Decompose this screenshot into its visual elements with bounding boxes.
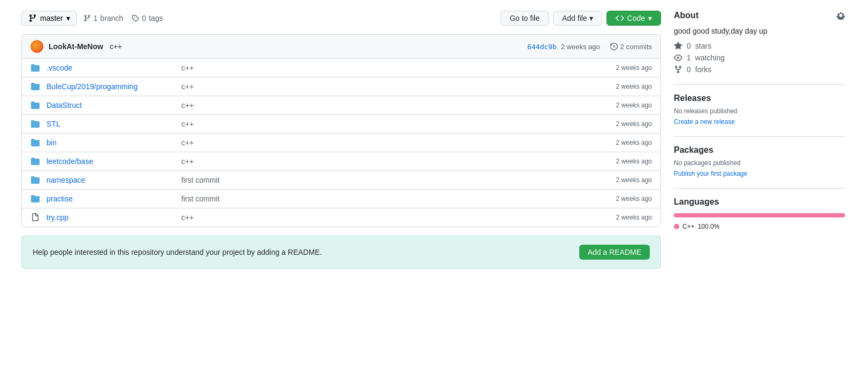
history-icon: [610, 43, 618, 50]
folder-icon: [31, 120, 40, 128]
code-button[interactable]: Code ▾: [606, 11, 661, 26]
branch-chevron: ▾: [66, 14, 70, 22]
branches-link[interactable]: 1 branch: [83, 14, 124, 22]
tags-label: tags: [149, 14, 163, 22]
file-name[interactable]: .vscode: [47, 64, 175, 72]
table-row: leetcode/base c++ 2 weeks ago: [22, 152, 660, 171]
languages-title: Languages: [674, 197, 845, 207]
tags-link[interactable]: 0 tags: [132, 14, 163, 22]
table-row: DataStruct c++ 2 weeks ago: [22, 96, 660, 115]
file-table: LookAt-MeNow c++ 644dc9b 2 weeks ago · 2…: [21, 34, 661, 227]
watching-label: watching: [695, 53, 725, 62]
file-time: 2 weeks ago: [616, 120, 652, 128]
stars-label: stars: [695, 42, 711, 50]
languages-section: Languages C++ 100.0%: [674, 197, 845, 230]
file-time: 2 weeks ago: [616, 139, 652, 146]
commit-message: c++: [110, 42, 122, 51]
commit-author[interactable]: LookAt-MeNow: [49, 42, 103, 51]
language-bar: [674, 213, 845, 217]
divider-2: [674, 136, 845, 137]
publish-package-link[interactable]: Publish your first package: [674, 170, 747, 177]
file-time: 2 weeks ago: [616, 195, 652, 202]
file-icon: [31, 213, 40, 222]
folder-icon: [30, 100, 40, 110]
file-time: 2 weeks ago: [616, 158, 652, 165]
branch-button[interactable]: master ▾: [21, 11, 77, 26]
stars-stat: 0 stars: [674, 42, 845, 50]
file-message: c++: [181, 213, 610, 222]
forks-stat: 0 forks: [674, 65, 845, 74]
file-time: 2 weeks ago: [616, 102, 652, 109]
file-time: 2 weeks ago: [616, 64, 652, 72]
language-dot: [674, 224, 679, 229]
commits-label: commits: [626, 43, 652, 51]
file-name[interactable]: leetcode/base: [47, 157, 175, 166]
about-title: About: [674, 11, 698, 20]
file-name[interactable]: STL: [47, 120, 175, 128]
goto-file-button[interactable]: Go to file: [501, 11, 549, 26]
table-row: practise first commit 2 weeks ago: [22, 190, 660, 208]
code-icon: [616, 14, 624, 22]
about-section: About good good study,day day up 0 stars…: [674, 11, 845, 74]
file-name[interactable]: namespace: [47, 176, 175, 184]
create-release-link[interactable]: Create a new release: [674, 118, 735, 126]
file-message: first commit: [181, 176, 610, 184]
packages-title: Packages: [674, 145, 845, 155]
gear-icon[interactable]: [836, 11, 845, 20]
commit-row: LookAt-MeNow c++ 644dc9b 2 weeks ago · 2…: [22, 35, 660, 59]
folder-icon: [30, 82, 40, 91]
releases-title: Releases: [674, 93, 845, 103]
avatar: [30, 40, 43, 53]
readme-text: Help people interested in this repositor…: [33, 248, 322, 256]
folder-icon: [31, 157, 40, 166]
stars-count: 0: [687, 42, 691, 50]
file-message: c++: [181, 101, 610, 110]
file-name[interactable]: BuleCup/2019/progamming: [47, 82, 175, 91]
branch-meta-icon: [83, 14, 91, 22]
folder-icon: [30, 157, 40, 166]
file-time: 2 weeks ago: [616, 83, 652, 90]
commits-count: 2: [620, 43, 624, 51]
sidebar: About good good study,day day up 0 stars…: [674, 11, 845, 269]
watching-stat: 1 watching: [674, 53, 845, 62]
commits-link[interactable]: 2 commits: [610, 43, 652, 51]
folder-icon: [31, 138, 40, 147]
file-name[interactable]: bin: [47, 138, 175, 147]
file-icon: [30, 213, 40, 222]
tags-count: 0: [142, 14, 146, 22]
file-message: c++: [181, 157, 610, 166]
add-file-button[interactable]: Add file ▾: [553, 11, 602, 26]
sidebar-header: About: [674, 11, 845, 20]
folder-icon: [31, 194, 40, 203]
about-description: good good study,day day up: [674, 27, 845, 35]
folder-icon: [31, 176, 40, 184]
watching-count: 1: [687, 53, 691, 62]
commit-meta: 644dc9b 2 weeks ago · 2 commits: [527, 43, 652, 51]
table-row: try.cpp c++ 2 weeks ago: [22, 208, 660, 227]
meta-links: 1 branch 0 tags: [83, 14, 163, 22]
toolbar: master ▾ 1 branch 0 tags: [21, 11, 661, 26]
readme-banner: Help people interested in this repositor…: [21, 236, 661, 269]
file-name[interactable]: practise: [47, 194, 175, 203]
toolbar-right: Go to file Add file ▾ Code ▾: [501, 11, 661, 26]
file-time: 2 weeks ago: [616, 176, 652, 184]
star-icon: [674, 42, 682, 50]
language-name: C++: [682, 223, 695, 230]
commit-hash[interactable]: 644dc9b: [527, 43, 557, 51]
code-label: Code: [627, 14, 645, 22]
file-name[interactable]: DataStruct: [47, 101, 175, 110]
folder-icon: [31, 101, 40, 110]
add-readme-button[interactable]: Add a README: [579, 245, 650, 260]
tag-icon: [132, 14, 139, 22]
table-row: bin c++ 2 weeks ago: [22, 134, 660, 152]
file-name[interactable]: try.cpp: [47, 213, 175, 222]
file-message: c++: [181, 138, 610, 147]
divider-1: [674, 84, 845, 85]
language-pct: 100.0%: [698, 223, 720, 230]
file-message: first commit: [181, 194, 610, 203]
releases-section: Releases No releases published Create a …: [674, 93, 845, 126]
folder-icon: [30, 138, 40, 147]
packages-section: Packages No packages published Publish y…: [674, 145, 845, 177]
table-row: STL c++ 2 weeks ago: [22, 115, 660, 134]
branches-label: branch: [101, 14, 124, 22]
